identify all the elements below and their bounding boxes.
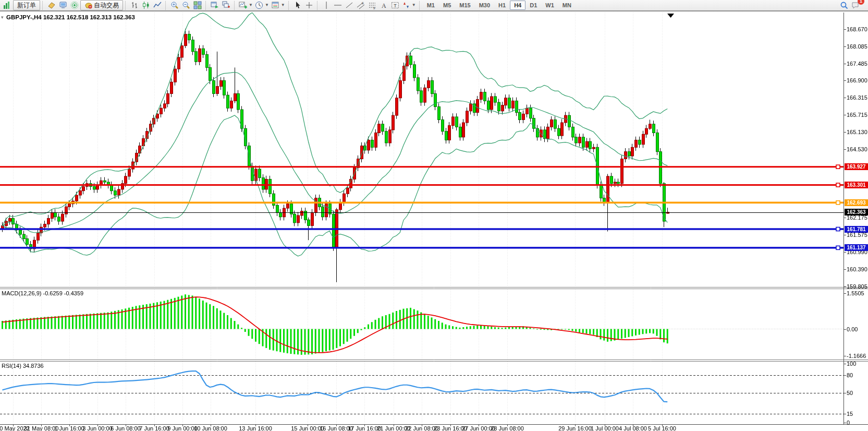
time-axis-label: 28 Jun 08:00 [491,425,524,431]
trading-terminal-window: 新订单自动交易▼▼▼EFAT▼M1M5M15M30H1H4D1W1MN1 ▾ G… [0,0,868,431]
zoom-in-icon[interactable] [169,0,180,10]
fibonacci-icon[interactable]: F [366,0,378,10]
toolbar: 新订单自动交易▼▼▼EFAT▼M1M5M15M30H1H4D1W1MN1 [0,0,868,11]
macd-indicator-label: MACD(12,26,9) -0.6259 -0.4359 [2,290,83,296]
chart-title-ohlc: GBPJPY-,H4 162.321 162.518 162.313 162.3… [6,14,135,20]
text-label-icon[interactable]: T [389,0,401,10]
periods-icon[interactable]: ▼ [254,0,270,10]
time-axis-label: 31 May 08:00 [24,425,59,431]
text-icon: A [380,1,388,9]
vertical-line-icon[interactable] [321,0,332,10]
autotrade-icon [84,1,93,9]
time-axis-label: 17 Jun 16:00 [348,425,381,431]
rsi-indicator-label: RSI(14) 34.8736 [2,363,44,369]
indicators-add-icon[interactable]: ▼ [238,0,254,10]
tile-windows-icon[interactable] [192,0,203,10]
new-order-ticket-icon [47,1,56,9]
timeframe-button-w1[interactable]: W1 [541,1,558,10]
equidistant-channel-icon: E [357,1,365,9]
chevron-down-icon[interactable]: ▼ [281,3,285,7]
time-axis-label: 3 Jun 00:00 [82,425,113,431]
candle-chart-icon [142,1,150,9]
bar-chart-icon[interactable] [129,0,140,10]
crosshair-icon[interactable] [303,0,315,10]
price-axis-tick: 166.900 [847,77,867,83]
chevron-down-icon[interactable]: ▼ [249,3,253,7]
macd-axis-tick: -1.1666 [847,353,866,359]
search-icon [840,1,848,9]
toolbar-separator [234,1,236,10]
chat-button[interactable]: 1 [850,0,861,10]
cursor-icon[interactable] [292,0,303,10]
chevron-down-icon[interactable]: ▼ [412,3,416,7]
new-order-button[interactable]: 新订单 [13,0,40,10]
time-axis-label: 13 Jun 16:00 [239,425,272,431]
price-axis-tick: 159.805 [847,283,867,290]
price-axis-tick: 166.315 [847,94,867,101]
timeframe-button-d1[interactable]: D1 [525,1,541,10]
time-axis-label: 29 Jun 16:00 [558,425,592,431]
horizontal-line-icon[interactable] [332,0,344,10]
macd-axis-tick: 1.5505 [847,290,864,296]
svg-text:A: A [382,2,386,9]
price-axis-tick: 165.130 [847,129,867,135]
candle-chart-icon[interactable] [140,0,152,10]
price-level-tag: 161.781 [845,226,868,233]
crosshair-icon [305,1,313,9]
arrange-windows-icon[interactable] [209,0,221,10]
zoom-in-icon [170,1,179,9]
arrow-shapes-icon[interactable]: ▼ [401,0,417,10]
timeframe-button-m30[interactable]: M30 [475,1,494,10]
price-axis-tick: 168.670 [847,26,867,32]
bar-chart-icon [130,1,139,9]
price-axis-tick: 168.085 [847,43,867,50]
rsi-axis-tick: 80 [847,372,853,378]
trendline-icon[interactable] [344,0,355,10]
text-label-icon: T [391,1,399,9]
price-axis-tick: 160.390 [847,266,867,272]
time-axis-label: 1 Jun 16:00 [54,425,84,431]
timeframe-button-h4[interactable]: H4 [510,1,525,10]
market-watch-icon [59,1,67,9]
signal-icon[interactable] [69,0,80,10]
rsi-axis-tick: 50 [847,390,853,396]
market-watch-icon[interactable] [57,0,69,10]
new-order-ticket-icon[interactable] [46,0,57,10]
fibonacci-icon: F [368,1,376,9]
chart-canvas[interactable] [0,0,868,431]
timeframe-button-m15[interactable]: M15 [455,1,474,10]
chevron-down-icon[interactable]: ▼ [265,3,269,7]
chart-menu-caret[interactable]: ▾ [1,15,4,20]
cascade-windows-icon[interactable] [221,0,232,10]
price-axis-tick: 165.715 [847,112,867,118]
price-axis-tick: 161.575 [847,232,867,238]
text-icon[interactable]: A [378,0,389,10]
line-chart-icon[interactable] [152,0,163,10]
price-level-tag: 163.301 [845,182,868,188]
macd-axis-tick: 0.00 [847,326,858,332]
vertical-line-icon [322,1,331,9]
time-axis-label: 7 Jun 16:00 [139,425,169,431]
auto-trading-button[interactable]: 自动交易 [80,0,123,10]
rsi-axis-tick: 100 [847,361,856,367]
search-button[interactable] [838,0,850,10]
templates-icon[interactable]: ▼ [270,0,286,10]
toolbar-separator [419,1,421,10]
toolbar-separator [317,1,319,10]
timeframe-button-m1[interactable]: M1 [423,1,439,10]
rsi-axis-tick: 15 [847,411,853,417]
periods-icon [255,1,263,9]
current-price-tag: 162.363 [845,209,868,216]
toolbar-separator [205,1,207,10]
auto-trading-button-label: 自动交易 [94,1,119,10]
timeframe-button-h1[interactable]: H1 [494,1,510,10]
mini-chart-icon[interactable] [2,0,13,10]
toolbar-separator [288,1,290,10]
zoom-out-icon[interactable] [180,0,192,10]
trendline-icon [345,1,353,9]
timeframe-button-mn[interactable]: MN [558,1,576,10]
signal-icon [70,1,79,9]
equidistant-channel-icon[interactable]: E [355,0,366,10]
timeframe-button-m5[interactable]: M5 [439,1,455,10]
tile-windows-icon [193,1,202,9]
